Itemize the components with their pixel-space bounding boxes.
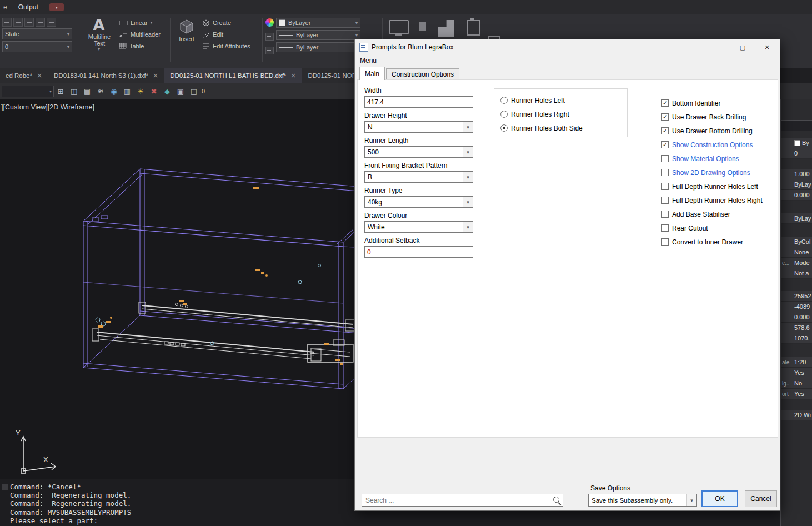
property-row[interactable]: 25952 bbox=[781, 291, 812, 302]
display-tool-icon[interactable] bbox=[389, 20, 409, 34]
property-row[interactable]: 0.000 bbox=[781, 312, 812, 323]
lineweight-dropdown[interactable]: ByLayer ▾ bbox=[276, 42, 360, 52]
runner-type-select[interactable]: 40kg ▾ bbox=[364, 196, 473, 208]
radio-runner-holes-right[interactable]: Runner Holes Right bbox=[500, 107, 627, 121]
tab-construction-options[interactable]: Construction Options bbox=[386, 68, 459, 80]
layer-tool-icon-3[interactable] bbox=[24, 18, 34, 27]
close-button[interactable]: ✕ bbox=[755, 40, 779, 54]
property-row[interactable]: 578.6 bbox=[781, 323, 812, 333]
runner-length-select[interactable]: 500 ▾ bbox=[364, 146, 473, 158]
linear-button[interactable]: Linear ▾ bbox=[119, 17, 170, 28]
checkbox-full-depth-runner-holes-left[interactable]: ✓ Full Depth Runner Holes Left bbox=[661, 179, 778, 193]
layer-tool-icon-4[interactable] bbox=[36, 18, 45, 27]
layer-walk-icon[interactable]: ▤ bbox=[81, 87, 94, 96]
property-row[interactable]: ByLay bbox=[781, 213, 812, 224]
property-row[interactable]: c...Mode bbox=[781, 258, 812, 268]
checkbox-show-2d-drawing-options[interactable]: ✓ Show 2D Drawing Options bbox=[661, 166, 778, 179]
file-tab-2[interactable]: DD0183-01 141 North S3 (1).dxf* × bbox=[48, 68, 164, 83]
ribbon-badge-icon[interactable]: ▾ bbox=[49, 3, 64, 11]
property-row[interactable]: 0 bbox=[781, 148, 812, 159]
checkbox-show-material-options[interactable]: ✓ Show Material Options bbox=[661, 152, 778, 166]
cancel-button[interactable]: Cancel bbox=[745, 490, 777, 507]
drawer-colour-select[interactable]: White ▾ bbox=[364, 221, 473, 233]
edit-button[interactable]: Edit bbox=[202, 28, 260, 40]
create-button[interactable]: Create bbox=[202, 17, 260, 28]
geo-icon[interactable]: ◉ bbox=[107, 87, 121, 96]
object-color-dropdown[interactable]: ByLayer ▾ bbox=[276, 18, 360, 28]
command-prompt[interactable]: Please select a part: bbox=[10, 517, 780, 525]
viewport-toggle-icon[interactable]: ◫ bbox=[67, 87, 81, 96]
linetype-dropdown[interactable]: ByLayer ▾ bbox=[276, 30, 360, 40]
search-input[interactable] bbox=[362, 497, 552, 504]
sun-icon[interactable]: ☀ bbox=[134, 87, 147, 96]
menu-item-menu[interactable]: Menu bbox=[360, 57, 377, 64]
property-row[interactable]: ortYes bbox=[781, 389, 812, 399]
file-tab-1[interactable]: ed Robe* × bbox=[0, 68, 48, 83]
radio-runner-holes-left[interactable]: Runner Holes Left bbox=[500, 93, 627, 107]
width-input[interactable] bbox=[364, 96, 473, 108]
checkbox-add-base-stabiliser[interactable]: ✓ Add Base Stabiliser bbox=[661, 207, 778, 221]
block-preview-icon[interactable] bbox=[438, 20, 454, 37]
linetype-icon[interactable] bbox=[265, 33, 274, 41]
linetype-toggle-icon[interactable]: ≋ bbox=[94, 87, 107, 96]
property-row[interactable]: None bbox=[781, 247, 812, 258]
checkbox-full-depth-runner-holes-right[interactable]: ✓ Full Depth Runner Holes Right bbox=[661, 193, 778, 207]
layer-tool-icon-2[interactable] bbox=[13, 18, 23, 27]
isolate-icon[interactable]: ✖ bbox=[147, 87, 161, 96]
ribbon-tab-output[interactable]: Output bbox=[15, 2, 42, 12]
color-wheel-icon[interactable] bbox=[265, 18, 274, 27]
table-button[interactable]: Table bbox=[119, 40, 170, 52]
ribbon-tab-partial[interactable]: e bbox=[3, 3, 7, 11]
search-icon[interactable] bbox=[552, 495, 563, 506]
property-row[interactable]: -4089 bbox=[781, 302, 812, 312]
mtext-panel[interactable]: A Multiline Text ▾ bbox=[82, 17, 116, 52]
property-row[interactable]: ByCol bbox=[781, 237, 812, 247]
tab-main[interactable]: Main bbox=[359, 67, 385, 80]
file-tab-3[interactable]: DD0125-01 NORTH L1 BATHS BED.dxf* × bbox=[164, 68, 302, 83]
layer-state-dropdown[interactable]: State ▾ bbox=[2, 28, 72, 39]
insert-panel[interactable]: Insert bbox=[174, 17, 199, 42]
property-row[interactable]: By bbox=[781, 138, 812, 148]
checkbox-use-drawer-back-drilling[interactable]: ✓ Use Drawer Back Drilling bbox=[661, 110, 778, 124]
checkbox-use-drawer-bottom-drilling[interactable]: ✓ Use Drawer Bottom Drilling bbox=[661, 124, 778, 138]
property-row[interactable]: 0.000 bbox=[781, 190, 812, 201]
property-row[interactable]: ale1:20 bbox=[781, 357, 812, 368]
minimize-button[interactable]: — bbox=[706, 40, 730, 54]
sheet-icon[interactable]: ▥ bbox=[121, 87, 134, 96]
property-row[interactable]: 1.000 bbox=[781, 169, 812, 179]
lineweight-icon[interactable] bbox=[265, 47, 274, 54]
additional-setback-input[interactable] bbox=[364, 246, 473, 258]
checkbox-icon[interactable]: □ bbox=[187, 87, 201, 96]
property-row[interactable]: ByLay bbox=[781, 179, 812, 190]
property-row[interactable]: ig..No bbox=[781, 378, 812, 389]
close-icon[interactable]: × bbox=[37, 72, 42, 79]
drawer-height-select[interactable]: N ▾ bbox=[364, 121, 473, 133]
current-layer-dropdown[interactable]: 0 ▾ bbox=[2, 41, 72, 52]
layer-tool-icon-1[interactable] bbox=[2, 18, 12, 27]
checkbox-icon[interactable] bbox=[794, 140, 800, 146]
lock-icon[interactable]: ◆ bbox=[161, 87, 174, 96]
command-history-icon[interactable] bbox=[2, 484, 8, 490]
property-row[interactable]: 2D Wi bbox=[781, 410, 812, 420]
close-icon[interactable]: × bbox=[290, 72, 296, 79]
save-options-select[interactable]: Save this Subassembly only. ▾ bbox=[588, 494, 697, 507]
annotation-icon[interactable]: ▣ bbox=[174, 87, 187, 96]
radio-runner-holes-both-side[interactable]: Runner Holes Both Side bbox=[500, 121, 627, 135]
checkbox-rear-cutout[interactable]: ✓ Rear Cutout bbox=[661, 221, 778, 235]
edit-attributes-button[interactable]: Edit Attributes bbox=[202, 40, 260, 52]
grid-icon[interactable]: ⊞ bbox=[54, 87, 67, 96]
maximize-button[interactable]: ▢ bbox=[730, 40, 755, 54]
checkbox-convert-to-inner-drawer[interactable]: ✓ Convert to Inner Drawer bbox=[661, 235, 778, 249]
property-row[interactable]: 1070. bbox=[781, 333, 812, 344]
checkbox-bottom-identifier[interactable]: ✓ Bottom Identifier bbox=[661, 96, 778, 110]
layer-tool-icon-5[interactable] bbox=[47, 18, 56, 27]
multileader-button[interactable]: Multileader bbox=[119, 28, 170, 40]
utility-tool-icon[interactable] bbox=[419, 22, 426, 31]
toolbar-dropdown[interactable]: ▾ bbox=[2, 86, 54, 97]
checkbox-show-construction-options[interactable]: ✓ Show Construction Options bbox=[661, 138, 778, 152]
ok-button[interactable]: OK bbox=[701, 490, 738, 507]
paste-icon[interactable] bbox=[467, 20, 480, 36]
property-row[interactable]: Not a bbox=[781, 268, 812, 279]
property-row[interactable]: Yes bbox=[781, 368, 812, 378]
front-fixing-bracket-pattern-select[interactable]: B ▾ bbox=[364, 171, 473, 183]
